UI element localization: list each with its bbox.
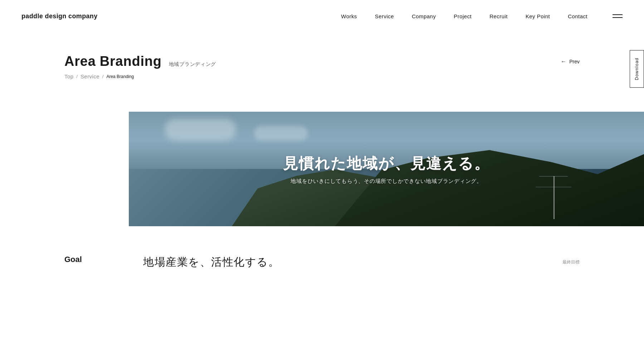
hero-sub-text: 地域をひいきにしてもらう、その場所でしかできない地域ブランディング。 bbox=[283, 178, 490, 185]
nav-item-service[interactable]: Service bbox=[375, 13, 394, 19]
hero-main-text: 見慣れた地域が、見違える。 bbox=[283, 154, 490, 174]
download-sidebar[interactable]: Download bbox=[630, 50, 644, 88]
site-header: paddle design company Works Service Comp… bbox=[0, 0, 644, 32]
nav-item-recruit[interactable]: Recruit bbox=[489, 13, 508, 19]
main-content: Area Branding 地域ブランディング ← Prev Top / Ser… bbox=[0, 0, 644, 284]
goal-section: Goal 地場産業を、活性化する。 最終目標 bbox=[0, 226, 644, 284]
site-logo[interactable]: paddle design company bbox=[21, 13, 98, 20]
page-title: Area Branding bbox=[64, 54, 162, 69]
nav-item-project[interactable]: Project bbox=[454, 13, 472, 19]
nav-item-contact[interactable]: Contact bbox=[568, 13, 587, 19]
goal-right-label: 最終目標 bbox=[562, 259, 580, 265]
hero-clouds-1 bbox=[165, 119, 236, 140]
breadcrumb-item-top[interactable]: Top bbox=[64, 73, 74, 79]
breadcrumb-item-current: Area Branding bbox=[106, 74, 134, 79]
breadcrumb-separator-1: / bbox=[77, 74, 78, 79]
page-subtitle-jp: 地域ブランディング bbox=[169, 61, 216, 68]
power-lines bbox=[553, 176, 555, 219]
nav-item-works[interactable]: Works bbox=[341, 13, 357, 19]
hero-clouds-2 bbox=[254, 126, 308, 140]
hamburger-menu-icon[interactable] bbox=[613, 14, 623, 18]
page-title-row: Area Branding 地域ブランディング ← Prev bbox=[64, 54, 580, 69]
breadcrumb: Top / Service / Area Branding bbox=[64, 73, 580, 79]
breadcrumb-item-service[interactable]: Service bbox=[80, 73, 99, 79]
goal-text: 地場産業を、活性化する。 bbox=[143, 255, 541, 270]
goal-label: Goal bbox=[64, 255, 122, 264]
arrow-left-icon: ← bbox=[561, 58, 566, 65]
download-label: Download bbox=[630, 50, 644, 87]
prev-label: Prev bbox=[569, 59, 580, 64]
prev-link[interactable]: ← Prev bbox=[561, 58, 580, 65]
main-nav: Works Service Company Project Recruit Ke… bbox=[341, 13, 623, 19]
hero-text-overlay: 見慣れた地域が、見違える。 地域をひいきにしてもらう、その場所でしかできない地域… bbox=[283, 154, 490, 185]
page-title-left: Area Branding 地域ブランディング bbox=[64, 54, 216, 69]
hero-section: 見慣れた地域が、見違える。 地域をひいきにしてもらう、その場所でしかできない地域… bbox=[129, 112, 644, 226]
page-header-section: Area Branding 地域ブランディング ← Prev Top / Ser… bbox=[0, 32, 644, 90]
nav-item-company[interactable]: Company bbox=[412, 13, 436, 19]
nav-item-keypoint[interactable]: Key Point bbox=[526, 13, 550, 19]
breadcrumb-separator-2: / bbox=[102, 74, 103, 79]
